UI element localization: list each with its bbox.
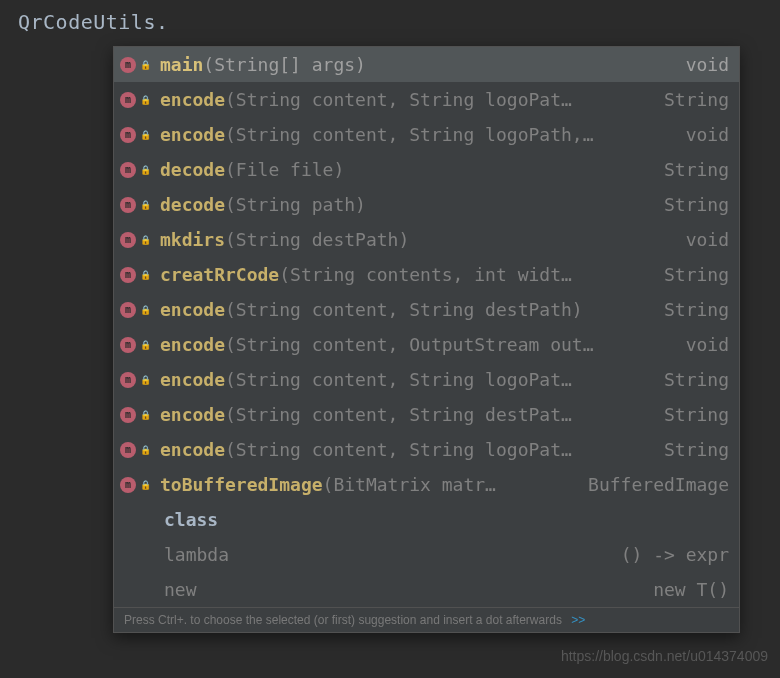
method-icon: m [120, 92, 136, 108]
lock-icon: 🔒 [138, 93, 152, 107]
method-icon: m [120, 267, 136, 283]
method-name: encode [160, 404, 225, 425]
method-params: (File file) [225, 159, 652, 180]
method-icon: m [120, 372, 136, 388]
method-name: encode [160, 89, 225, 110]
icon-group: m🔒 [124, 582, 158, 598]
method-name: encode [160, 334, 225, 355]
method-icon: m [120, 302, 136, 318]
autocomplete-popup: m🔒main(String[] args)voidm🔒encode(String… [113, 46, 740, 633]
return-type: void [674, 124, 729, 145]
method-params: (String content, OutputStream out… [225, 334, 674, 355]
method-params: (String content, String destPath) [225, 299, 652, 320]
return-type: void [674, 54, 729, 75]
return-type: String [652, 89, 729, 110]
watermark-text: https://blog.csdn.net/u014374009 [561, 648, 768, 664]
method-params: (BitMatrix matr… [323, 474, 577, 495]
method-params: (String contents, int widt… [279, 264, 652, 285]
method-params: (String[] args) [203, 54, 673, 75]
hint-bar: Press Ctrl+. to choose the selected (or … [114, 607, 739, 632]
method-icon: m [120, 407, 136, 423]
lock-icon: 🔒 [138, 163, 152, 177]
suggestion-item[interactable]: m🔒encode(String content, String logoPat…… [114, 362, 739, 397]
method-name: decode [160, 159, 225, 180]
suggestion-item[interactable]: m🔒class [114, 502, 739, 537]
code-text: QrCodeUtils. [18, 10, 169, 34]
icon-group: m🔒 [120, 197, 154, 213]
suggestion-list: m🔒main(String[] args)voidm🔒encode(String… [114, 47, 739, 607]
suggestion-item[interactable]: m🔒main(String[] args)void [114, 47, 739, 82]
suggestion-item[interactable]: m🔒encode(String content, String destPat…… [114, 397, 739, 432]
lock-icon: 🔒 [138, 58, 152, 72]
return-type: BufferedImage [576, 474, 729, 495]
suggestion-item[interactable]: m🔒encode(String content, String logoPath… [114, 117, 739, 152]
return-type: () -> expr [609, 544, 729, 565]
lock-icon: 🔒 [138, 408, 152, 422]
method-icon: m [120, 127, 136, 143]
icon-group: m🔒 [120, 92, 154, 108]
icon-group: m🔒 [120, 372, 154, 388]
suggestion-item[interactable]: m🔒encode(String content, String destPath… [114, 292, 739, 327]
icon-group: m🔒 [124, 547, 158, 563]
method-icon: m [120, 232, 136, 248]
method-name: decode [160, 194, 225, 215]
method-params: (String destPath) [225, 229, 674, 250]
icon-group: m🔒 [120, 127, 154, 143]
suggestion-item[interactable]: m🔒encode(String content, String logoPat…… [114, 432, 739, 467]
icon-group: m🔒 [120, 57, 154, 73]
method-icon: m [120, 337, 136, 353]
icon-group: m🔒 [120, 407, 154, 423]
lock-icon: 🔒 [138, 128, 152, 142]
method-name: lambda [164, 544, 229, 565]
return-type: String [652, 159, 729, 180]
method-params: (String path) [225, 194, 652, 215]
lock-icon: 🔒 [138, 198, 152, 212]
lock-icon: 🔒 [138, 373, 152, 387]
return-type: String [652, 369, 729, 390]
return-type: String [652, 264, 729, 285]
method-icon: m [120, 57, 136, 73]
icon-group: m🔒 [120, 477, 154, 493]
icon-group: m🔒 [120, 232, 154, 248]
method-name: encode [160, 439, 225, 460]
lock-icon: 🔒 [138, 478, 152, 492]
method-params: (String content, String destPat… [225, 404, 652, 425]
suggestion-item[interactable]: m🔒encode(String content, OutputStream ou… [114, 327, 739, 362]
method-name: main [160, 54, 203, 75]
icon-group: m🔒 [120, 337, 154, 353]
editor-area[interactable]: QrCodeUtils. [0, 0, 780, 44]
method-name: encode [160, 124, 225, 145]
method-icon: m [120, 477, 136, 493]
icon-group: m🔒 [120, 267, 154, 283]
method-name: encode [160, 369, 225, 390]
suggestion-item[interactable]: m🔒encode(String content, String logoPat…… [114, 82, 739, 117]
method-name: class [164, 509, 218, 530]
suggestion-item[interactable]: m🔒creatRrCode(String contents, int widt…… [114, 257, 739, 292]
icon-group: m🔒 [124, 512, 158, 528]
suggestion-item[interactable]: m🔒decode(File file)String [114, 152, 739, 187]
icon-group: m🔒 [120, 442, 154, 458]
lock-icon: 🔒 [138, 268, 152, 282]
return-type: new T() [641, 579, 729, 600]
suggestion-item[interactable]: m🔒newnew T() [114, 572, 739, 607]
method-params: (String content, String logoPat… [225, 439, 652, 460]
suggestion-item[interactable]: m🔒decode(String path)String [114, 187, 739, 222]
method-params: (String content, String logoPat… [225, 369, 652, 390]
method-icon: m [120, 442, 136, 458]
lock-icon: 🔒 [138, 338, 152, 352]
method-name: mkdirs [160, 229, 225, 250]
return-type: void [674, 229, 729, 250]
method-params: (String content, String logoPat… [225, 89, 652, 110]
return-type: String [652, 439, 729, 460]
suggestion-item[interactable]: m🔒toBufferedImage(BitMatrix matr…Buffere… [114, 467, 739, 502]
lock-icon: 🔒 [138, 233, 152, 247]
suggestion-item[interactable]: m🔒lambda() -> expr [114, 537, 739, 572]
lock-icon: 🔒 [138, 443, 152, 457]
lock-icon: 🔒 [138, 303, 152, 317]
return-type: String [652, 299, 729, 320]
return-type: String [652, 194, 729, 215]
next-tip-icon[interactable]: >> [568, 613, 585, 627]
method-params: (String content, String logoPath,… [225, 124, 674, 145]
suggestion-item[interactable]: m🔒mkdirs(String destPath)void [114, 222, 739, 257]
return-type: void [674, 334, 729, 355]
